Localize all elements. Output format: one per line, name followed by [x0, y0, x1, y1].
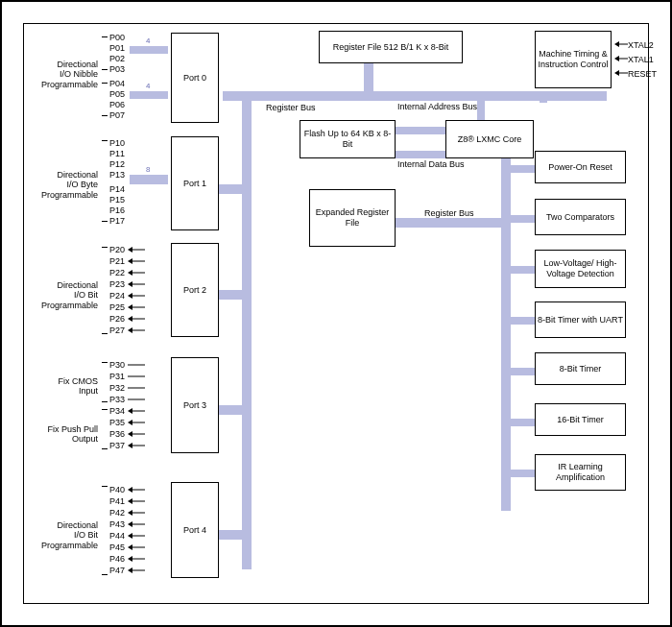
pin-arrow-icon	[128, 396, 145, 403]
svg-marker-61	[128, 544, 132, 550]
pin-label: P42	[109, 508, 125, 518]
pin-arrow-icon	[128, 315, 145, 323]
pin-arrow-icon	[128, 520, 145, 528]
svg-marker-42	[128, 431, 132, 437]
pin-label: P04	[109, 79, 125, 88]
core-block: Z8® LXMC Core	[445, 120, 534, 158]
stub-t8	[509, 368, 536, 375]
pin-label: P44	[109, 531, 125, 541]
pin-label: P47	[109, 566, 125, 575]
pin-P04: P04	[109, 79, 125, 88]
lvd-label: Low-Voltage/ High-Voltage Detection	[538, 258, 623, 279]
pin-P31: P31	[109, 372, 145, 381]
pin-P03: P03	[109, 64, 125, 74]
pin-label: P40	[109, 485, 125, 494]
bus-stub-port2	[218, 290, 247, 300]
pin-P00: P00	[109, 33, 125, 42]
flash-block: Flash Up to 64 KB x 8-Bit	[300, 120, 396, 158]
pin-P12: P12	[109, 159, 125, 169]
pin-label: P21	[109, 256, 125, 266]
pin-arrow-icon	[128, 292, 145, 300]
internal-addr-bus	[394, 127, 448, 134]
pin-label: P06	[109, 100, 125, 109]
pin-arrow-icon	[128, 555, 145, 563]
pin-P32: P32	[109, 383, 145, 393]
bus-stub-port3	[218, 405, 247, 415]
pin-P47: P47	[109, 566, 145, 575]
pin-P26: P26	[109, 314, 145, 324]
bus-stub-port1	[218, 184, 247, 194]
erf-bus-h	[394, 218, 509, 228]
pin-arrow-icon	[128, 373, 145, 380]
pin-arrow-icon	[128, 543, 145, 551]
erf-label: Expanded Register File	[312, 207, 393, 229]
pin-arrow-icon	[128, 430, 145, 438]
port0-nibble-a-bus	[130, 46, 168, 54]
pin-P36: P36	[109, 429, 145, 439]
svg-marker-9	[128, 258, 132, 264]
pin-label: P22	[109, 268, 125, 277]
pin-arrow-icon	[128, 407, 145, 415]
pin-label: P27	[109, 326, 125, 335]
pin-P37: P37	[109, 441, 145, 450]
pin-P01: P01	[109, 43, 125, 53]
port2-title: Port 2	[183, 285, 206, 295]
comparators-block: Two Comparators	[535, 199, 626, 235]
svg-marker-55	[128, 521, 132, 527]
port1-group-label: Directional I/O Byte Programmable	[31, 170, 98, 200]
pin-label: P00	[109, 33, 125, 42]
svg-marker-1	[614, 41, 619, 47]
register-file-block: Register File 512 B/1 K x 8-Bit	[319, 31, 463, 63]
pin-label: P25	[109, 302, 125, 312]
pin-P43: P43	[109, 519, 145, 529]
t16-label: 16-Bit Timer	[557, 415, 604, 425]
pin-label: P01	[109, 43, 125, 53]
port0-nibble-b-bus	[130, 91, 168, 99]
svg-marker-49	[128, 498, 132, 504]
port4-title: Port 4	[183, 525, 206, 535]
pin-P35: P35	[109, 418, 145, 427]
port1-title: Port 1	[183, 179, 206, 188]
timer8-block: 8-Bit Timer	[535, 352, 626, 385]
port1-box: Port 1	[171, 136, 219, 230]
svg-marker-18	[128, 293, 132, 299]
port0-group-label: Directional I/O Nibble Programmable	[31, 60, 98, 89]
svg-marker-15	[128, 281, 132, 287]
flash-label: Flash Up to 64 KB x 8-Bit	[302, 129, 393, 150]
pin-arrow-icon	[128, 257, 145, 265]
pin-label: P32	[109, 383, 125, 393]
ir-block: IR Learning Amplification	[535, 454, 626, 491]
svg-marker-64	[128, 556, 132, 562]
cmp-label: Two Comparators	[546, 212, 614, 223]
pin-arrow-icon	[128, 509, 145, 517]
pin-P14: P14	[109, 184, 125, 194]
svg-marker-38	[128, 408, 132, 414]
port2-group-label: Directional I/O Bit Programmable	[31, 280, 98, 310]
port2-box: Port 2	[171, 243, 219, 337]
register-file-label: Register File 512 B/1 K x 8-Bit	[333, 42, 449, 53]
stub-t8u	[509, 317, 536, 325]
svg-marker-3	[614, 56, 619, 61]
pin-P44: P44	[109, 531, 145, 541]
por-block: Power-On Reset	[535, 151, 626, 183]
t8-label: 8-Bit Timer	[560, 364, 602, 374]
pin-arrow-icon	[128, 303, 145, 311]
pin-label: P07	[109, 110, 125, 120]
port3-box: Port 3	[171, 357, 219, 453]
pin-label: P36	[109, 429, 125, 439]
pin-arrow-icon	[128, 361, 145, 369]
bus-regfile-v	[364, 62, 373, 94]
pin-P21: P21	[109, 256, 145, 266]
pin-label: P41	[109, 496, 125, 506]
pin-P33: P33	[109, 395, 145, 404]
port4-box: Port 4	[171, 482, 219, 578]
pin-label: P03	[109, 64, 125, 74]
pin-label: P13	[109, 170, 125, 180]
pin-P40: P40	[109, 485, 145, 494]
pin-arrow-icon	[128, 497, 145, 505]
svg-marker-12	[128, 270, 132, 276]
svg-marker-24	[128, 316, 132, 322]
pin-arrow-icon	[128, 419, 145, 426]
port1-width: 8	[146, 165, 150, 174]
xtal2-label: XTAL2	[628, 40, 654, 50]
